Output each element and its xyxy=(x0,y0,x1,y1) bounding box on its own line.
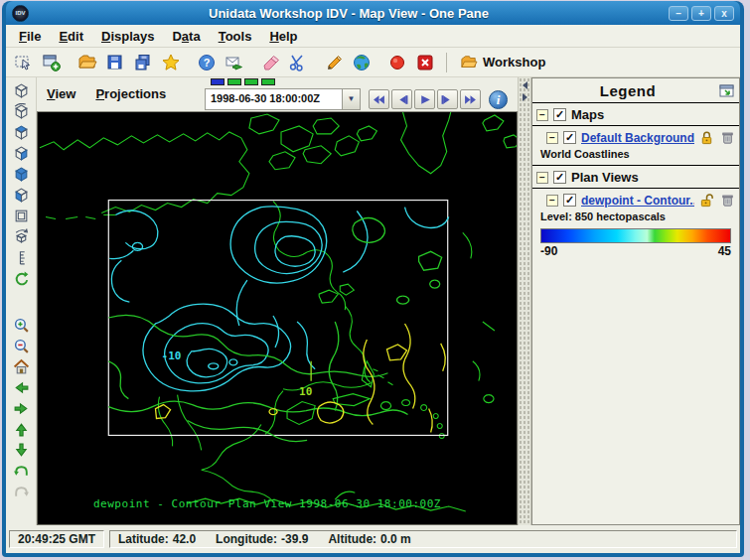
float-legend-icon[interactable] xyxy=(719,83,735,98)
level-label: Level: 850 hectopascals xyxy=(532,210,739,227)
default-background-link[interactable]: Default Background ... xyxy=(581,131,694,145)
lock-open-icon[interactable] xyxy=(699,193,714,208)
copy-display-button[interactable] xyxy=(129,49,157,75)
split-pane-divider[interactable] xyxy=(518,77,531,525)
close-button[interactable]: x xyxy=(714,6,734,21)
default-background-row: − ✓ Default Background ... xyxy=(532,126,739,148)
vertical-scale-button[interactable] xyxy=(9,247,33,268)
reset-rotation-button[interactable] xyxy=(9,268,33,289)
data-choosers-button[interactable] xyxy=(348,49,375,75)
step-forward-button[interactable] xyxy=(437,89,458,109)
step-back-button[interactable] xyxy=(391,89,412,109)
menu-file[interactable]: File xyxy=(10,27,50,46)
minimize-button[interactable]: – xyxy=(669,6,688,21)
auto-rotate-button[interactable] xyxy=(9,226,33,247)
fast-forward-button[interactable] xyxy=(460,89,481,109)
help-button[interactable]: ? xyxy=(193,49,221,75)
dewpoint-visibility-checkbox[interactable]: ✓ xyxy=(563,194,576,207)
new-display-button[interactable] xyxy=(38,49,66,75)
menu-help[interactable]: Help xyxy=(260,27,306,46)
pan-up-button[interactable] xyxy=(9,419,33,440)
cube-wire2-icon xyxy=(13,103,30,120)
right-view-button[interactable] xyxy=(9,143,33,164)
lock-closed-icon[interactable] xyxy=(699,130,714,145)
pan-down-button[interactable] xyxy=(9,440,33,461)
undo-icon xyxy=(13,463,30,480)
map-view[interactable]: -10 10 dewpoint - Contour Plan View 1998… xyxy=(37,111,518,525)
collapse-toggle[interactable]: − xyxy=(546,132,558,144)
background-visibility-checkbox[interactable]: ✓ xyxy=(563,131,576,144)
main-toolbar: ? xyxy=(6,48,740,77)
eraser-icon xyxy=(260,53,280,72)
menu-bar: File Edit Displays Data Tools Help xyxy=(6,25,740,48)
step-back-icon xyxy=(395,94,408,105)
cut-remove-button[interactable] xyxy=(284,49,312,75)
workshop-button[interactable]: Workshop xyxy=(454,53,551,72)
rewind-button[interactable] xyxy=(369,89,389,109)
title-bar[interactable]: IDV Unidata Workshop IDV - Map View - On… xyxy=(6,1,740,25)
play-button[interactable] xyxy=(414,89,435,109)
reset-projection-button[interactable] xyxy=(9,206,33,226)
animation-properties-button[interactable]: i xyxy=(489,90,508,109)
trash-icon[interactable] xyxy=(720,130,735,145)
collapse-toggle[interactable]: − xyxy=(536,109,548,121)
favorites-button[interactable] xyxy=(157,49,185,75)
bottom-view-button[interactable] xyxy=(9,185,33,206)
dewpoint-contour-link[interactable]: dewpoint - Contour... xyxy=(581,194,694,208)
menu-tools[interactable]: Tools xyxy=(210,27,261,46)
latitude-value: 42.0 xyxy=(173,532,196,546)
menu-edit[interactable]: Edit xyxy=(50,27,92,46)
zoom-out-button[interactable] xyxy=(9,336,33,356)
time-step-box[interactable] xyxy=(261,78,275,85)
redo-button[interactable] xyxy=(9,482,33,502)
zoom-in-button[interactable] xyxy=(9,315,33,336)
perspective-view-button[interactable] xyxy=(9,80,33,101)
menu-projections[interactable]: Projections xyxy=(85,77,176,101)
menu-view[interactable]: View xyxy=(37,77,85,101)
menu-data[interactable]: Data xyxy=(163,27,209,46)
menu-displays[interactable]: Displays xyxy=(92,27,163,46)
top-view-button[interactable] xyxy=(9,122,33,143)
time-step-box[interactable] xyxy=(244,78,258,85)
select-display-button[interactable] xyxy=(10,49,38,75)
collapse-toggle[interactable]: − xyxy=(546,195,558,207)
time-selector[interactable]: 1998-06-30 18:00:00Z ▼ xyxy=(205,88,361,110)
legend-title: Legend xyxy=(536,82,719,99)
play-icon xyxy=(418,94,431,105)
pan-right-button[interactable] xyxy=(9,398,33,419)
select-display-icon xyxy=(14,53,34,72)
erase-displays-button[interactable] xyxy=(256,49,284,75)
yellow-contours xyxy=(155,324,445,432)
pencil-icon xyxy=(324,53,344,72)
maximize-button[interactable]: + xyxy=(691,6,711,21)
preferences-button[interactable] xyxy=(320,49,348,75)
maps-group-row: − ✓ Maps xyxy=(532,103,739,125)
support-request-button[interactable] xyxy=(221,49,248,75)
front-view-button[interactable] xyxy=(9,164,33,185)
capture-image-button[interactable] xyxy=(383,49,411,75)
rotate-cube-icon xyxy=(13,228,30,245)
time-dropdown-button[interactable]: ▼ xyxy=(342,89,360,109)
maps-visibility-checkbox[interactable]: ✓ xyxy=(553,108,566,121)
info-icon: i xyxy=(497,92,501,107)
scissors-icon xyxy=(288,53,308,72)
pan-left-button[interactable] xyxy=(9,377,33,398)
trash-icon[interactable] xyxy=(720,193,735,208)
collapse-toggle[interactable]: − xyxy=(536,172,548,184)
color-scale-bar[interactable] xyxy=(540,228,731,243)
plan-views-visibility-checkbox[interactable]: ✓ xyxy=(553,171,566,184)
exit-button[interactable] xyxy=(411,49,439,75)
longitude-label: Longitude: xyxy=(216,532,277,546)
undo-button[interactable] xyxy=(9,461,33,482)
save-button[interactable] xyxy=(101,49,129,75)
home-view-button[interactable] xyxy=(9,356,33,377)
rotate-view-button[interactable] xyxy=(9,101,33,122)
new-display-icon xyxy=(42,53,62,72)
time-step-box[interactable] xyxy=(211,78,225,85)
zoom-in-icon xyxy=(13,317,30,334)
collapse-left-icon[interactable] xyxy=(523,81,527,89)
collapse-right-icon[interactable] xyxy=(523,93,527,101)
arrow-left-icon xyxy=(13,379,30,396)
open-file-button[interactable] xyxy=(74,49,101,75)
time-step-box[interactable] xyxy=(227,78,241,85)
